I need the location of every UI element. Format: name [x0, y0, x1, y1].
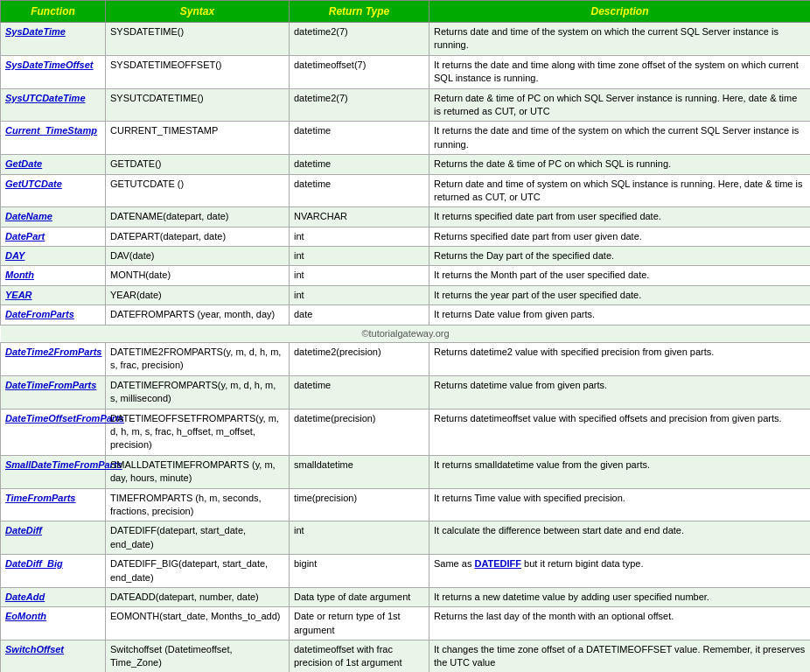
return-type-value: int — [290, 247, 429, 266]
syntax-value: DATEPART(datepart, date) — [106, 227, 290, 246]
return-type-value: date — [290, 305, 429, 325]
table-row: YEARYEAR(date)intIt returns the year par… — [1, 285, 811, 304]
function-name[interactable]: SysUTCDateTime — [1, 88, 106, 122]
table-row: SmallDateTimeFromPartsSMALLDATETIMEFROMP… — [1, 455, 811, 488]
function-name[interactable]: YEAR — [1, 285, 106, 304]
description-value: It changes the time zone offset of a DAT… — [429, 640, 811, 672]
syntax-value: SMALLDATETIMEFROMPARTS (y, m, day, hours… — [106, 455, 290, 488]
description-value: Return date and time of system on which … — [429, 174, 811, 207]
function-name[interactable]: DateTimeFromParts — [1, 375, 106, 409]
description-value: Return date & time of PC on which SQL Se… — [429, 88, 811, 122]
syntax-value: DATETIME2FROMPARTS(y, m, d, h, m, s, fra… — [106, 343, 290, 376]
header-description: Description — [429, 1, 811, 23]
return-type-value: datetime2(7) — [290, 23, 429, 56]
table-row: TimeFromPartsTIMEFROMPARTS (h, m, second… — [1, 488, 811, 522]
return-type-value: datetime — [290, 375, 429, 409]
description-value: It returns Time value with specified pre… — [429, 488, 811, 522]
syntax-value: SYSDATETIME() — [106, 23, 290, 56]
description-value: It returns the date and time of the syst… — [429, 122, 811, 155]
table-row: MonthMONTH(date)intIt returns the Month … — [1, 266, 811, 285]
table-row: EoMonthEOMONTH(start_date, Months_to_add… — [1, 607, 811, 640]
function-name[interactable]: EoMonth — [1, 607, 106, 640]
return-type-value: datetimeoffset with frac precision of 1s… — [290, 640, 429, 672]
table-row: DateDiff_BigDATEDIFF_BIG(datepart, start… — [1, 555, 811, 588]
function-name[interactable]: SmallDateTimeFromParts — [1, 455, 106, 488]
description-value: Returns the last day of the month with a… — [429, 607, 811, 640]
return-type-value: datetimeoffset(7) — [290, 55, 429, 88]
function-name[interactable]: DateDiff — [1, 522, 106, 555]
description-value: It returns specified date part from user… — [429, 207, 811, 227]
table-row: DateTimeOffsetFromPartsDATETIMEOFFSETFRO… — [1, 409, 811, 455]
table-row: SwitchOffsetSwitchoffset (Datetimeoffset… — [1, 640, 811, 672]
watermark: ©tutorialgateway.org — [1, 325, 811, 342]
return-type-value: int — [290, 266, 429, 285]
syntax-value: DAV(date) — [106, 247, 290, 266]
function-name[interactable]: DateFromParts — [1, 305, 106, 325]
return-type-value: time(precision) — [290, 488, 429, 522]
function-name[interactable]: DateName — [1, 207, 106, 227]
description-value: Returns datetime2 value with specified p… — [429, 343, 811, 376]
table-row: DateNameDATENAME(datepart, date)NVARCHAR… — [1, 207, 811, 227]
description-value: Returns the Day part of the specified da… — [429, 247, 811, 266]
function-name[interactable]: DatePart — [1, 227, 106, 246]
syntax-value: EOMONTH(start_date, Months_to_add) — [106, 607, 290, 640]
function-name[interactable]: DateTimeOffsetFromParts — [1, 409, 106, 455]
return-type-value: datetime2(7) — [290, 88, 429, 122]
table-row: SysDateTimeOffsetSYSDATETIMEOFFSET()date… — [1, 55, 811, 88]
description-value: It returns Date value from given parts. — [429, 305, 811, 325]
header-return: Return Type — [290, 1, 429, 23]
syntax-value: MONTH(date) — [106, 266, 290, 285]
syntax-value: SYSDATETIMEOFFSET() — [106, 55, 290, 88]
return-type-value: datetime2(precision) — [290, 343, 429, 376]
function-name[interactable]: SwitchOffset — [1, 640, 106, 672]
syntax-value: DATEDIFF_BIG(datepart, start_date, end_d… — [106, 555, 290, 588]
table-row: GetUTCDateGETUTCDATE ()datetimeReturn da… — [1, 174, 811, 207]
function-name[interactable]: Month — [1, 266, 106, 285]
description-value: Returns datetimeoffset value with specif… — [429, 409, 811, 455]
table-row: Current_TimeStampCURRENT_TIMESTAMPdateti… — [1, 122, 811, 155]
description-value: Returns the date & time of PC on which S… — [429, 155, 811, 174]
syntax-value: DATEADD(datepart, number, date) — [106, 587, 290, 606]
table-row: DateDiffDATEDIFF(datepart, start_date, e… — [1, 522, 811, 555]
description-value: It returns smalldatetime value from the … — [429, 455, 811, 488]
return-type-value: smalldatetime — [290, 455, 429, 488]
function-name[interactable]: GetDate — [1, 155, 106, 174]
description-value: It returns the Month part of the user sp… — [429, 266, 811, 285]
syntax-value: TIMEFROMPARTS (h, m, seconds, fractions,… — [106, 488, 290, 522]
function-name[interactable]: TimeFromParts — [1, 488, 106, 522]
function-name[interactable]: DateAdd — [1, 587, 106, 606]
return-type-value: Date or return type of 1st argument — [290, 607, 429, 640]
syntax-value: DATETIMEOFFSETFROMPARTS(y, m, d, h, m, s… — [106, 409, 290, 455]
function-name[interactable]: Current_TimeStamp — [1, 122, 106, 155]
header-function: Function — [1, 1, 106, 23]
datediff-link[interactable]: DATEDIFF — [474, 558, 521, 569]
table-row: DateTimeFromPartsDATETIMEFROMPARTS(y, m,… — [1, 375, 811, 409]
syntax-value: CURRENT_TIMESTAMP — [106, 122, 290, 155]
syntax-value: GETUTCDATE () — [106, 174, 290, 207]
syntax-value: DATENAME(datepart, date) — [106, 207, 290, 227]
function-name[interactable]: GetUTCDate — [1, 174, 106, 207]
table-row: SysUTCDateTimeSYSUTCDATETIME()datetime2(… — [1, 88, 811, 122]
return-type-value: Data type of date argument — [290, 587, 429, 606]
syntax-value: DATETIMEFROMPARTS(y, m, d, h, m, s, mill… — [106, 375, 290, 409]
syntax-value: DATEDIFF(datepart, start_date, end_date) — [106, 522, 290, 555]
function-name[interactable]: DateTime2FromParts — [1, 343, 106, 376]
return-type-value: datetime — [290, 122, 429, 155]
description-value: Returns date and time of the system on w… — [429, 23, 811, 56]
return-type-value: NVARCHAR — [290, 207, 429, 227]
function-name[interactable]: DAY — [1, 247, 106, 266]
syntax-value: Switchoffset (Datetimeoffset, Time_Zone) — [106, 640, 290, 672]
function-name[interactable]: SysDateTime — [1, 23, 106, 56]
return-type-value: datetime — [290, 155, 429, 174]
return-type-value: int — [290, 522, 429, 555]
description-value: Returns datetime value from given parts. — [429, 375, 811, 409]
return-type-value: int — [290, 227, 429, 246]
description-value: It calculate the difference between star… — [429, 522, 811, 555]
function-name[interactable]: DateDiff_Big — [1, 555, 106, 588]
table-row: DateAddDATEADD(datepart, number, date)Da… — [1, 587, 811, 606]
return-type-value: int — [290, 285, 429, 304]
description-value: Same as DATEDIFF but it return bigint da… — [429, 555, 811, 588]
table-row: SysDateTimeSYSDATETIME()datetime2(7)Retu… — [1, 23, 811, 56]
syntax-value: DATEFROMPARTS (year, month, day) — [106, 305, 290, 325]
function-name[interactable]: SysDateTimeOffset — [1, 55, 106, 88]
